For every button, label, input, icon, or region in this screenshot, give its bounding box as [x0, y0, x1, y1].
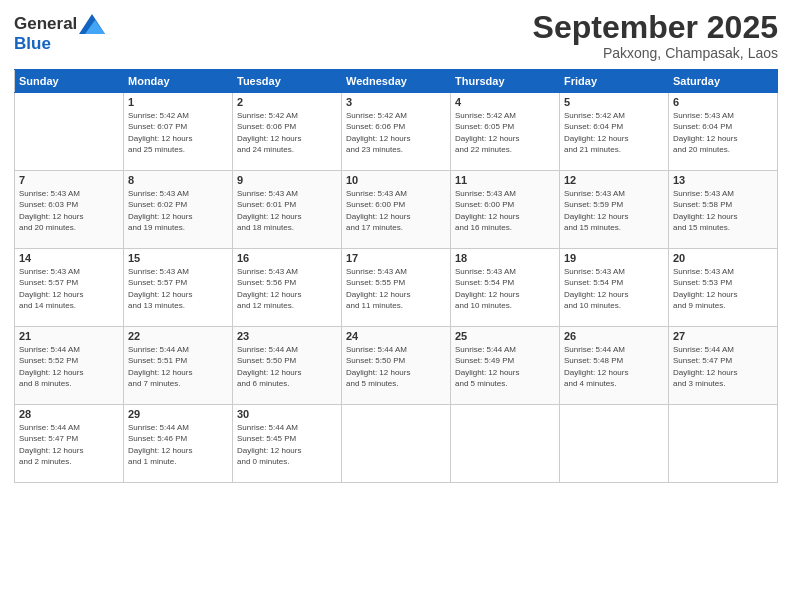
col-header-thursday: Thursday — [451, 70, 560, 93]
calendar-cell: 3Sunrise: 5:42 AM Sunset: 6:06 PM Daylig… — [342, 93, 451, 171]
calendar-cell: 11Sunrise: 5:43 AM Sunset: 6:00 PM Dayli… — [451, 171, 560, 249]
day-info: Sunrise: 5:43 AM Sunset: 5:56 PM Dayligh… — [237, 266, 337, 311]
calendar-cell: 5Sunrise: 5:42 AM Sunset: 6:04 PM Daylig… — [560, 93, 669, 171]
day-info: Sunrise: 5:42 AM Sunset: 6:06 PM Dayligh… — [237, 110, 337, 155]
day-number: 18 — [455, 252, 555, 264]
calendar-cell: 25Sunrise: 5:44 AM Sunset: 5:49 PM Dayli… — [451, 327, 560, 405]
day-info: Sunrise: 5:42 AM Sunset: 6:04 PM Dayligh… — [564, 110, 664, 155]
calendar-cell: 4Sunrise: 5:42 AM Sunset: 6:05 PM Daylig… — [451, 93, 560, 171]
calendar-cell — [669, 405, 778, 483]
day-number: 2 — [237, 96, 337, 108]
calendar-cell: 12Sunrise: 5:43 AM Sunset: 5:59 PM Dayli… — [560, 171, 669, 249]
logo: General Blue — [14, 14, 105, 54]
day-info: Sunrise: 5:43 AM Sunset: 5:57 PM Dayligh… — [128, 266, 228, 311]
week-row-2: 7Sunrise: 5:43 AM Sunset: 6:03 PM Daylig… — [15, 171, 778, 249]
calendar-cell: 29Sunrise: 5:44 AM Sunset: 5:46 PM Dayli… — [124, 405, 233, 483]
day-info: Sunrise: 5:43 AM Sunset: 5:59 PM Dayligh… — [564, 188, 664, 233]
calendar-cell: 9Sunrise: 5:43 AM Sunset: 6:01 PM Daylig… — [233, 171, 342, 249]
day-info: Sunrise: 5:44 AM Sunset: 5:45 PM Dayligh… — [237, 422, 337, 467]
col-header-monday: Monday — [124, 70, 233, 93]
col-header-friday: Friday — [560, 70, 669, 93]
day-info: Sunrise: 5:44 AM Sunset: 5:51 PM Dayligh… — [128, 344, 228, 389]
calendar-cell: 1Sunrise: 5:42 AM Sunset: 6:07 PM Daylig… — [124, 93, 233, 171]
day-number: 14 — [19, 252, 119, 264]
col-header-wednesday: Wednesday — [342, 70, 451, 93]
day-number: 25 — [455, 330, 555, 342]
day-number: 20 — [673, 252, 773, 264]
calendar-cell: 16Sunrise: 5:43 AM Sunset: 5:56 PM Dayli… — [233, 249, 342, 327]
calendar-cell: 24Sunrise: 5:44 AM Sunset: 5:50 PM Dayli… — [342, 327, 451, 405]
title-block: September 2025 Pakxong, Champasak, Laos — [533, 10, 778, 61]
week-row-3: 14Sunrise: 5:43 AM Sunset: 5:57 PM Dayli… — [15, 249, 778, 327]
day-number: 6 — [673, 96, 773, 108]
day-info: Sunrise: 5:42 AM Sunset: 6:06 PM Dayligh… — [346, 110, 446, 155]
day-info: Sunrise: 5:43 AM Sunset: 5:54 PM Dayligh… — [564, 266, 664, 311]
day-number: 23 — [237, 330, 337, 342]
day-info: Sunrise: 5:43 AM Sunset: 5:54 PM Dayligh… — [455, 266, 555, 311]
day-info: Sunrise: 5:42 AM Sunset: 6:05 PM Dayligh… — [455, 110, 555, 155]
header: General Blue September 2025 Pakxong, Cha… — [14, 10, 778, 61]
header-row: SundayMondayTuesdayWednesdayThursdayFrid… — [15, 70, 778, 93]
calendar-cell: 2Sunrise: 5:42 AM Sunset: 6:06 PM Daylig… — [233, 93, 342, 171]
calendar-cell: 13Sunrise: 5:43 AM Sunset: 5:58 PM Dayli… — [669, 171, 778, 249]
day-number: 22 — [128, 330, 228, 342]
calendar-cell: 22Sunrise: 5:44 AM Sunset: 5:51 PM Dayli… — [124, 327, 233, 405]
day-number: 28 — [19, 408, 119, 420]
calendar-cell — [342, 405, 451, 483]
day-info: Sunrise: 5:44 AM Sunset: 5:47 PM Dayligh… — [19, 422, 119, 467]
page: General Blue September 2025 Pakxong, Cha… — [0, 0, 792, 612]
day-info: Sunrise: 5:43 AM Sunset: 5:53 PM Dayligh… — [673, 266, 773, 311]
day-info: Sunrise: 5:42 AM Sunset: 6:07 PM Dayligh… — [128, 110, 228, 155]
day-number: 24 — [346, 330, 446, 342]
calendar-cell — [15, 93, 124, 171]
day-info: Sunrise: 5:44 AM Sunset: 5:50 PM Dayligh… — [237, 344, 337, 389]
day-info: Sunrise: 5:43 AM Sunset: 6:00 PM Dayligh… — [455, 188, 555, 233]
day-info: Sunrise: 5:44 AM Sunset: 5:49 PM Dayligh… — [455, 344, 555, 389]
col-header-tuesday: Tuesday — [233, 70, 342, 93]
calendar-cell: 30Sunrise: 5:44 AM Sunset: 5:45 PM Dayli… — [233, 405, 342, 483]
day-number: 11 — [455, 174, 555, 186]
day-number: 15 — [128, 252, 228, 264]
logo-icon — [79, 14, 105, 34]
day-info: Sunrise: 5:43 AM Sunset: 6:00 PM Dayligh… — [346, 188, 446, 233]
day-info: Sunrise: 5:44 AM Sunset: 5:46 PM Dayligh… — [128, 422, 228, 467]
day-info: Sunrise: 5:44 AM Sunset: 5:48 PM Dayligh… — [564, 344, 664, 389]
calendar-cell: 18Sunrise: 5:43 AM Sunset: 5:54 PM Dayli… — [451, 249, 560, 327]
col-header-saturday: Saturday — [669, 70, 778, 93]
day-number: 1 — [128, 96, 228, 108]
day-info: Sunrise: 5:43 AM Sunset: 6:02 PM Dayligh… — [128, 188, 228, 233]
day-number: 10 — [346, 174, 446, 186]
calendar-cell: 17Sunrise: 5:43 AM Sunset: 5:55 PM Dayli… — [342, 249, 451, 327]
day-number: 26 — [564, 330, 664, 342]
calendar-cell: 26Sunrise: 5:44 AM Sunset: 5:48 PM Dayli… — [560, 327, 669, 405]
calendar-cell — [560, 405, 669, 483]
day-info: Sunrise: 5:43 AM Sunset: 6:04 PM Dayligh… — [673, 110, 773, 155]
day-info: Sunrise: 5:43 AM Sunset: 6:01 PM Dayligh… — [237, 188, 337, 233]
month-title: September 2025 — [533, 10, 778, 45]
week-row-5: 28Sunrise: 5:44 AM Sunset: 5:47 PM Dayli… — [15, 405, 778, 483]
logo-general: General — [14, 14, 77, 34]
calendar-cell: 14Sunrise: 5:43 AM Sunset: 5:57 PM Dayli… — [15, 249, 124, 327]
day-number: 29 — [128, 408, 228, 420]
location-subtitle: Pakxong, Champasak, Laos — [533, 45, 778, 61]
calendar-cell: 28Sunrise: 5:44 AM Sunset: 5:47 PM Dayli… — [15, 405, 124, 483]
calendar-cell: 10Sunrise: 5:43 AM Sunset: 6:00 PM Dayli… — [342, 171, 451, 249]
day-number: 9 — [237, 174, 337, 186]
calendar-table: SundayMondayTuesdayWednesdayThursdayFrid… — [14, 69, 778, 483]
calendar-cell: 7Sunrise: 5:43 AM Sunset: 6:03 PM Daylig… — [15, 171, 124, 249]
calendar-cell: 20Sunrise: 5:43 AM Sunset: 5:53 PM Dayli… — [669, 249, 778, 327]
day-number: 4 — [455, 96, 555, 108]
day-info: Sunrise: 5:44 AM Sunset: 5:50 PM Dayligh… — [346, 344, 446, 389]
logo-blue: Blue — [14, 34, 105, 54]
day-number: 17 — [346, 252, 446, 264]
day-number: 16 — [237, 252, 337, 264]
day-number: 13 — [673, 174, 773, 186]
day-info: Sunrise: 5:43 AM Sunset: 5:55 PM Dayligh… — [346, 266, 446, 311]
day-number: 19 — [564, 252, 664, 264]
day-number: 30 — [237, 408, 337, 420]
calendar-cell: 27Sunrise: 5:44 AM Sunset: 5:47 PM Dayli… — [669, 327, 778, 405]
day-number: 7 — [19, 174, 119, 186]
day-number: 5 — [564, 96, 664, 108]
week-row-4: 21Sunrise: 5:44 AM Sunset: 5:52 PM Dayli… — [15, 327, 778, 405]
col-header-sunday: Sunday — [15, 70, 124, 93]
